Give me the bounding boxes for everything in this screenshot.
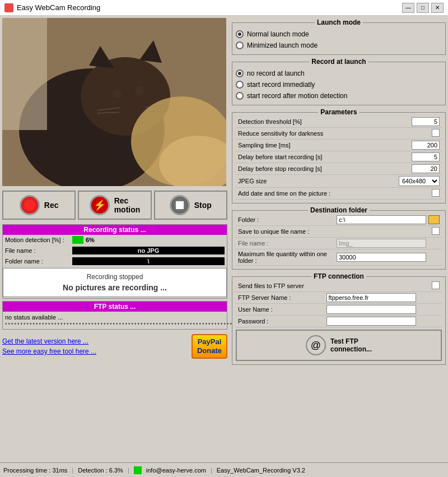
ftp-input-server[interactable] — [326, 293, 416, 302]
param-label-delay-start: Delay before start recording [s] — [236, 151, 376, 163]
dest-checkbox-unique[interactable] — [432, 227, 440, 235]
maximize-button[interactable]: □ — [417, 3, 429, 13]
param-select-jpeg[interactable]: 640x480 320x240 1280x720 — [399, 176, 440, 186]
recording-status-section: Recording status ... Motion detection [%… — [2, 224, 227, 299]
rec-button[interactable]: Rec — [2, 191, 76, 220]
rec-motion-button[interactable]: ⚡ Rec motion — [78, 191, 151, 220]
param-label-sampling: Sampling time [ms] — [236, 140, 376, 151]
motion-bar — [72, 236, 83, 244]
record-at-launch-immediate-row[interactable]: start record immediatly — [236, 79, 442, 90]
ftp-label-pass: Password : — [236, 316, 324, 327]
dest-input-filename[interactable] — [337, 239, 426, 248]
recording-stopped-sub: No pictures are recording ... — [8, 283, 222, 292]
param-checkbox-darkness[interactable] — [432, 129, 440, 137]
test-ftp-button[interactable]: @ Test FTP connection... — [236, 330, 442, 361]
detection-value: Detection : 6.3% — [78, 467, 123, 474]
record-at-launch-none-radio[interactable] — [236, 70, 244, 77]
param-input-sampling[interactable] — [412, 141, 440, 150]
record-at-launch-motion-radio[interactable] — [236, 92, 244, 100]
dest-label-folder: Folder : — [236, 214, 334, 226]
folder-label: Folder name : — [5, 258, 72, 265]
dest-row-filename: File name : — [236, 238, 442, 249]
launch-mode-minimized-label: Minimized launch mode — [247, 41, 318, 49]
ftp-row-user: User Name : — [236, 304, 442, 316]
param-row-delay-start: Delay before start recording [s] — [236, 151, 442, 163]
ftp-input-pass[interactable] — [326, 317, 416, 326]
dest-row-folder: Folder : — [236, 214, 442, 226]
dest-label-unique: Save to unique file name : — [236, 226, 334, 238]
ftp-test-icon: @ — [306, 335, 326, 355]
svg-point-8 — [113, 89, 122, 98]
minimize-button[interactable]: — — [402, 3, 414, 13]
ftp-checkbox-send[interactable] — [432, 281, 440, 289]
record-at-launch-immediate-radio[interactable] — [236, 81, 244, 89]
status-sep-1: | — [72, 467, 73, 474]
param-input-threshold[interactable] — [412, 117, 440, 126]
more-tools-link[interactable]: See more easy free tool here ... — [2, 348, 189, 355]
webcam-feed — [2, 18, 226, 186]
param-label-datetime: Add date and time on the picture : — [236, 188, 376, 200]
processing-time: Processing time : 31ms — [3, 467, 67, 474]
param-label-threshold: Detection threshold [%] — [236, 116, 376, 128]
record-at-launch-title: Record at launch — [309, 58, 368, 66]
param-row-darkness: Reduce sensitivity for darkness — [236, 128, 442, 140]
ftp-input-user[interactable] — [326, 305, 416, 314]
filename-value: no JPG — [72, 247, 225, 254]
motion-value: 6% — [86, 237, 95, 243]
status-sep-2: | — [128, 467, 129, 474]
record-at-launch-none-label: no record at launch — [247, 70, 305, 77]
param-row-jpeg: JPEG size 640x480 320x240 1280x720 — [236, 175, 442, 188]
dest-label-filename: File name : — [236, 238, 334, 249]
record-at-launch-motion-row[interactable]: start record after motion detection — [236, 90, 442, 101]
ftp-status-value: no status available ... — [5, 314, 225, 321]
status-sep-3: | — [211, 467, 212, 474]
param-checkbox-datetime[interactable] — [432, 189, 440, 197]
parameters-title: Parameters — [318, 108, 359, 116]
paypal-button[interactable]: PayPal Donate — [192, 334, 227, 359]
folder-value: \ — [72, 257, 225, 265]
app-title: Easy WebCam Recording — [17, 3, 100, 12]
close-button[interactable]: ✕ — [431, 3, 444, 13]
motion-icon: ⚡ — [94, 199, 106, 211]
svg-point-9 — [135, 86, 144, 95]
rec-motion-label: Rec motion — [114, 196, 141, 214]
launch-mode-normal-radio[interactable] — [236, 30, 244, 38]
dest-label-max: Maximum file quantity within one folder … — [236, 249, 334, 266]
destination-folder-title: Destination folder — [308, 206, 370, 214]
ftp-status-header: FTP status ... — [3, 302, 227, 312]
ftp-label-user: User Name : — [236, 304, 324, 316]
ftp-row-send: Send files to FTP server — [236, 280, 442, 292]
destination-folder-group: Destination folder Folder : Save to u — [232, 210, 446, 270]
ftp-connection-group: FTP connection Send files to FTP server … — [232, 276, 446, 365]
launch-mode-normal-row[interactable]: Normal launch mode — [236, 29, 442, 40]
param-label-jpeg: JPEG size — [236, 175, 376, 188]
dest-input-max[interactable] — [337, 253, 426, 262]
filename-label: File name : — [5, 247, 72, 254]
param-label-delay-stop: Delay before stop recording [s] — [236, 163, 376, 175]
title-bar: Easy WebCam Recording — □ ✕ — [0, 0, 448, 16]
latest-version-link[interactable]: Get the latest version here ... — [2, 337, 189, 345]
record-at-launch-none-row[interactable]: no record at launch — [236, 68, 442, 79]
param-input-delay-start[interactable] — [412, 152, 440, 161]
ftp-status-dots: ••••••••••••••••••••••••••••••••••••••••… — [5, 321, 225, 327]
dest-input-folder[interactable] — [337, 215, 426, 224]
param-input-delay-stop[interactable] — [412, 164, 440, 173]
ftp-label-send: Send files to FTP server — [236, 280, 324, 292]
launch-mode-minimized-radio[interactable] — [236, 41, 244, 49]
record-at-launch-group: Record at launch no record at launch sta… — [232, 62, 446, 105]
svg-rect-5 — [2, 18, 47, 130]
recording-stopped-title: Recording stopped — [8, 273, 222, 281]
app-icon — [4, 3, 13, 12]
rec-label: Rec — [44, 201, 59, 210]
stop-button[interactable]: Stop — [154, 191, 227, 220]
param-label-darkness: Reduce sensitivity for darkness — [236, 128, 376, 140]
folder-browse-icon[interactable] — [428, 215, 440, 224]
recording-stopped-box: Recording stopped No pictures are record… — [3, 268, 227, 297]
param-row-sampling: Sampling time [ms] — [236, 140, 442, 151]
param-row-threshold: Detection threshold [%] — [236, 116, 442, 128]
record-at-launch-immediate-label: start record immediatly — [247, 81, 315, 89]
launch-mode-minimized-row[interactable]: Minimized launch mode — [236, 40, 442, 51]
status-green-indicator — [134, 466, 142, 474]
record-at-launch-motion-label: start record after motion detection — [247, 92, 347, 100]
param-row-datetime: Add date and time on the picture : — [236, 188, 442, 200]
